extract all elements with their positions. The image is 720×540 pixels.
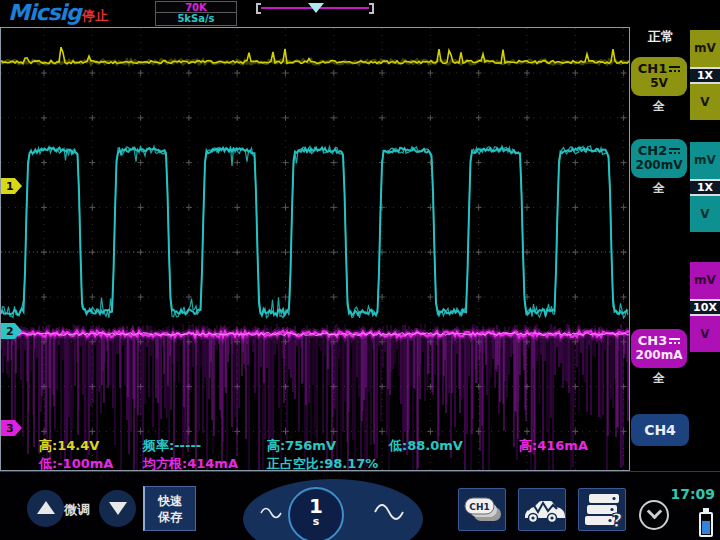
top-status-bar: Micsig 停止 70K 5kSa/s	[0, 0, 720, 27]
dc-coupling-icon	[669, 65, 680, 74]
run-stop-status[interactable]: 停止	[82, 7, 108, 25]
ch1-probe-ratio: 1X	[690, 67, 720, 84]
ch1-unit-bottom: V	[690, 84, 720, 121]
stacked-channels-icon: CH1	[459, 489, 505, 530]
car-waveform-icon	[519, 489, 565, 530]
ch2-unit-top: mV	[690, 142, 720, 179]
collapse-toolbar-button[interactable]	[639, 500, 669, 530]
storage-stack-icon: ?	[579, 489, 625, 530]
ch1-bandwidth-label: 全	[631, 98, 687, 115]
ch3-probe-ratio: 10X	[690, 299, 720, 316]
bottom-toolbar: 微调 快速 保存 1 s CH1	[0, 471, 720, 540]
trigger-mode-label: 正常	[638, 28, 684, 46]
svg-text:?: ?	[611, 509, 622, 530]
ch1-scale-panel[interactable]: mV 1X V	[690, 30, 720, 120]
quick-save-label-1: 快速	[145, 493, 195, 509]
dc-coupling-icon	[669, 147, 680, 156]
svg-text:CH1: CH1	[469, 502, 489, 512]
sample-rate: 5kSa/s	[156, 13, 236, 24]
fine-adjust-up-button[interactable]	[27, 490, 64, 527]
ch3-label: CH3	[638, 333, 667, 348]
ch2-unit-bottom: V	[690, 196, 720, 233]
ch3-scale-panel[interactable]: mV 10X V	[690, 262, 720, 352]
triangle-down-icon	[109, 502, 127, 515]
channel-select-button[interactable]: CH1	[458, 488, 506, 531]
ch2-scale-value: 200mV	[631, 158, 687, 173]
trigger-position-marker-icon[interactable]	[308, 3, 324, 13]
timebase-unit: s	[290, 515, 342, 528]
brand-logo: Micsig	[8, 0, 81, 25]
ch1-scale-value: 5V	[631, 76, 687, 91]
ch2-trace-fuzz	[1, 146, 628, 318]
large-sine-icon[interactable]	[373, 501, 405, 523]
timebase-readout[interactable]: 1 s	[288, 487, 344, 540]
ch3-unit-bottom: V	[690, 316, 720, 353]
ch1-unit-top: mV	[690, 30, 720, 67]
ch2-scale-panel[interactable]: mV 1X V	[690, 142, 720, 232]
battery-icon	[699, 512, 713, 537]
timebase-value: 1	[290, 496, 342, 516]
measurement-readout: 高:756mV	[267, 437, 336, 455]
measurement-readout: 高:416mA	[519, 437, 588, 455]
ch2-probe-ratio: 1X	[690, 179, 720, 196]
quick-save-label-2: 保存	[145, 509, 195, 525]
ch2-label: CH2	[638, 143, 667, 158]
ch4-button[interactable]: CH4	[631, 414, 689, 446]
ch2-button[interactable]: CH2 200mV	[631, 139, 687, 178]
ch2-trace	[1, 148, 628, 315]
waveform-display[interactable]: 123高:14.4V频率:-----高:756mV低:88.0mV高:416mA…	[0, 27, 630, 471]
measurement-readout: 低:88.0mV	[389, 437, 463, 455]
ch2-bandwidth-label: 全	[631, 180, 687, 197]
fine-adjust-label: 微调	[64, 501, 90, 519]
fine-adjust-down-button[interactable]	[99, 490, 136, 527]
waveform-canvas	[1, 28, 629, 470]
ch3-unit-top: mV	[690, 262, 720, 299]
timebase-control[interactable]: 1 s	[243, 479, 423, 540]
clock: 17:09	[670, 486, 715, 502]
memory-depth: 70K	[156, 2, 236, 13]
ch3-scale-value: 200mA	[631, 348, 687, 363]
automotive-mode-button[interactable]	[518, 488, 566, 531]
measurement-readout: 高:14.4V	[39, 437, 99, 455]
ch3-button[interactable]: CH3 200mA	[631, 329, 687, 368]
measurement-readout: 频率:-----	[143, 437, 201, 455]
ch3-bandwidth-label: 全	[631, 370, 687, 387]
dc-coupling-icon	[669, 337, 680, 346]
trigger-window-right-bracket	[369, 3, 374, 14]
storage-query-button[interactable]: ?	[578, 488, 626, 531]
ch1-button[interactable]: CH1 5V	[631, 57, 687, 96]
triangle-up-icon	[37, 501, 55, 514]
quick-save-button[interactable]: 快速 保存	[143, 486, 196, 531]
acquisition-info-box[interactable]: 70K 5kSa/s	[155, 1, 237, 26]
chevron-down-icon	[646, 504, 662, 520]
small-sine-icon[interactable]	[259, 505, 283, 521]
ch1-label: CH1	[638, 61, 667, 76]
